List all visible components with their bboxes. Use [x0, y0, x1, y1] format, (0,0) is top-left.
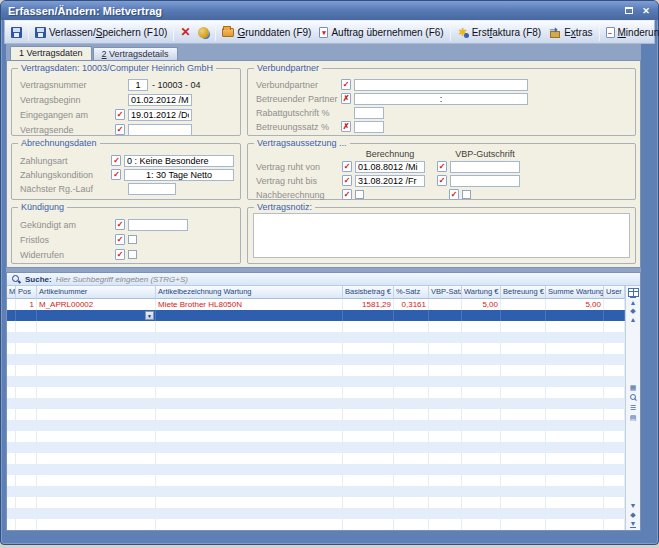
gekuendigt-am-input[interactable]	[128, 219, 188, 231]
cell-m	[7, 398, 16, 409]
column-chooser-icon[interactable]	[628, 288, 639, 297]
search-magnifier-icon[interactable]	[629, 393, 638, 402]
nachberechnung-checkbox[interactable]	[355, 190, 364, 199]
save-button[interactable]	[7, 22, 26, 42]
tab-vertragsdaten[interactable]: 1 Vertragsdaten	[10, 46, 92, 60]
note-check-icon[interactable]: ✓	[115, 234, 125, 245]
vertrag-ruht-bis-vbp-input[interactable]	[450, 175, 520, 187]
table-row-empty[interactable]	[7, 376, 625, 387]
fristlos-checkbox[interactable]	[128, 235, 137, 244]
table-row-empty[interactable]	[7, 321, 625, 332]
nachberechnung-vbp-checkbox[interactable]	[462, 190, 471, 199]
column-header-artikelbezeichnung[interactable]: Artikelbezeichnung Wartung	[156, 286, 343, 299]
table-row[interactable]: ▼	[7, 310, 625, 321]
table-row-empty[interactable]	[7, 332, 625, 343]
panel-view-icon[interactable]: ▤	[630, 413, 637, 422]
vertragsbeginn-input[interactable]	[128, 94, 192, 106]
grunddaten-button[interactable]: Grunddaten (F9)	[218, 22, 315, 42]
column-header-m[interactable]: M	[7, 286, 16, 299]
dropdown-arrow-icon[interactable]: ▼	[145, 311, 154, 320]
cell-wartung	[462, 497, 501, 508]
eingegangen-am-input[interactable]	[128, 109, 192, 121]
column-header-summe_wartung[interactable]: Summe Wartung €	[546, 286, 604, 299]
vertragsende-input[interactable]	[128, 124, 192, 136]
table-row-empty[interactable]	[7, 475, 625, 486]
extras-button[interactable]: Extras	[545, 22, 596, 42]
rabattgutschrift-input[interactable]	[354, 107, 384, 119]
leave-save-button[interactable]: Verlassen/Speichern (F10)	[31, 22, 171, 42]
table-row-empty[interactable]	[7, 497, 625, 508]
column-header-wartung[interactable]: Wartung €	[462, 286, 501, 299]
table-row-empty[interactable]	[7, 343, 625, 354]
note-check-icon[interactable]: ✓	[449, 189, 459, 200]
table-row-empty[interactable]	[7, 365, 625, 376]
column-header-basisbetrag[interactable]: Basisbetrag €	[343, 286, 394, 299]
seal-button[interactable]	[194, 22, 213, 42]
table-row-empty[interactable]	[7, 442, 625, 453]
widerrufen-checkbox[interactable]	[128, 250, 137, 259]
column-header-betreuung[interactable]: Betreuung €	[501, 286, 546, 299]
title-bar[interactable]: Erfassen/Ändern: Mietvertrag ✕	[1, 1, 658, 20]
table-row-empty[interactable]	[7, 420, 625, 431]
scroll-to-bottom-icon[interactable]: ▼	[630, 519, 637, 528]
vertrag-ruht-von-input[interactable]	[355, 161, 425, 173]
table-row-empty[interactable]	[7, 453, 625, 464]
zahlungskondition-input[interactable]	[124, 169, 234, 181]
note-cross-icon[interactable]: ✗	[341, 93, 351, 104]
vertragsnummer-input[interactable]	[128, 79, 148, 91]
erstfaktura-button[interactable]: ✱ Erstfaktura (F8)	[453, 22, 545, 42]
table-row-empty[interactable]	[7, 387, 625, 398]
note-check-icon[interactable]: ✓	[341, 79, 351, 90]
vertragsnotiz-textarea[interactable]	[253, 213, 630, 258]
table-row-empty[interactable]	[7, 409, 625, 420]
column-header-user[interactable]: User	[604, 286, 625, 299]
column-header-pos[interactable]: Pos	[16, 286, 37, 299]
table-row-empty[interactable]	[7, 431, 625, 442]
note-check-icon[interactable]: ✓	[437, 175, 447, 186]
table-row-empty[interactable]	[7, 398, 625, 409]
column-header-prozent_satz[interactable]: %-Satz	[394, 286, 429, 299]
restore-button[interactable]	[622, 4, 636, 17]
zahlungsart-input[interactable]	[124, 155, 234, 167]
note-check-icon[interactable]: ✓	[342, 189, 352, 200]
betreuender-partner-input[interactable]	[354, 93, 528, 105]
note-cross-icon[interactable]: ✗	[341, 121, 351, 132]
tab-vertragsdetails[interactable]: 2 Vertragsdetails	[93, 47, 178, 60]
scroll-to-top-icon[interactable]: ▲	[630, 297, 637, 306]
grid-search-bar[interactable]: Suche:	[7, 273, 640, 286]
table-row-empty[interactable]	[7, 354, 625, 365]
auftrag-uebernehmen-button[interactable]: ▾ Auftrag übernehmen (F6)	[315, 22, 447, 42]
scroll-down-icon[interactable]: ▼	[630, 501, 637, 510]
naechster-rg-lauf-input[interactable]	[128, 183, 176, 195]
betreuungssatz-input[interactable]	[354, 121, 384, 133]
table-row-empty[interactable]	[7, 464, 625, 475]
vertrag-ruht-bis-input[interactable]	[355, 175, 425, 187]
note-check-icon[interactable]: ✓	[437, 161, 447, 172]
scroll-up-icon[interactable]: ▲	[630, 315, 637, 324]
minderung-button[interactable]: – Minderung	[602, 22, 659, 42]
column-header-vbp_satz[interactable]: VBP-Satz	[429, 286, 462, 299]
record-marker-icon[interactable]: ◆	[630, 510, 635, 519]
table-row-empty[interactable]	[7, 508, 625, 519]
table-row-empty[interactable]	[7, 486, 625, 497]
note-check-icon[interactable]: ✓	[111, 155, 121, 166]
note-check-icon[interactable]: ✓	[342, 175, 352, 186]
table-row[interactable]: 1M_APRL00002Miete Brother HL8050N1581,29…	[7, 299, 625, 310]
date-note-icon[interactable]: ✓	[115, 124, 125, 135]
close-button[interactable]: ✕	[639, 4, 653, 17]
grid-view-icon[interactable]: ▦	[630, 383, 637, 392]
column-header-artikelnummer[interactable]: Artikelnummer	[37, 286, 156, 299]
note-check-icon[interactable]: ✓	[342, 161, 352, 172]
vbp-gutschrift-column-header: VBP-Gutschrift	[450, 149, 520, 159]
record-marker-icon[interactable]: ◆	[630, 306, 635, 315]
table-row-empty[interactable]	[7, 519, 625, 530]
delete-button[interactable]: ✕	[176, 22, 194, 42]
list-view-icon[interactable]: ☰	[630, 403, 636, 412]
grid-search-input[interactable]	[56, 274, 640, 285]
note-check-icon[interactable]: ✓	[115, 249, 125, 260]
note-check-icon[interactable]: ✓	[115, 219, 125, 230]
date-note-icon[interactable]: ✓	[115, 109, 125, 120]
vertrag-ruht-von-vbp-input[interactable]	[450, 161, 520, 173]
note-check-icon[interactable]: ✓	[111, 169, 121, 180]
verbundpartner-input[interactable]	[354, 79, 528, 91]
